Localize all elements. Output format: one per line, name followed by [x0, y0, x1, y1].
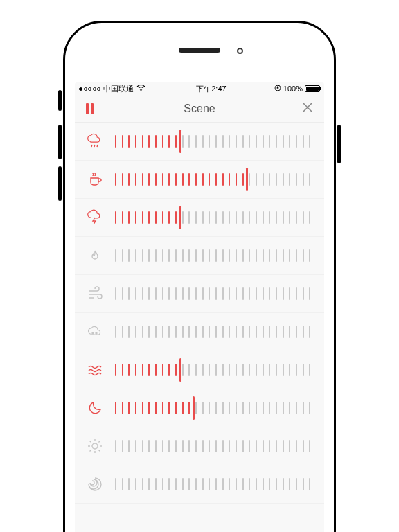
clock: 下午2:47 [148, 84, 274, 94]
svg-point-7 [96, 332, 97, 334]
volume-slider[interactable] [112, 207, 313, 228]
status-bar: 中国联通 下午2:47 100% [75, 82, 324, 95]
fire-icon[interactable] [85, 245, 105, 266]
sound-list [75, 123, 324, 532]
sound-row-vortex [75, 466, 324, 504]
slider-thumb[interactable] [179, 130, 181, 153]
carrier-label: 中国联通 [103, 84, 134, 94]
volume-slider[interactable] [112, 245, 313, 266]
waves-icon[interactable] [85, 360, 105, 380]
svg-point-0 [141, 90, 142, 91]
volume-slider[interactable] [112, 283, 313, 304]
battery-percent: 100% [283, 85, 303, 93]
pause-button[interactable] [86, 103, 101, 114]
pause-icon [86, 103, 89, 114]
sound-row-wind [75, 275, 324, 313]
volume-slider[interactable] [112, 436, 313, 456]
slider-thumb[interactable] [179, 358, 181, 382]
sound-row-cloud [75, 313, 324, 351]
slider-thumb[interactable] [193, 396, 195, 420]
sound-row-waves [75, 351, 324, 389]
slider-thumb[interactable] [179, 206, 181, 229]
sound-row-rain [75, 123, 324, 161]
svg-point-8 [92, 443, 98, 449]
volume-slider[interactable] [112, 398, 313, 418]
vortex-icon[interactable] [85, 474, 105, 495]
rain-icon[interactable] [85, 131, 105, 152]
svg-rect-2 [277, 87, 279, 89]
sound-row-moon [75, 389, 324, 427]
power-button [337, 125, 341, 163]
svg-line-15 [90, 450, 91, 451]
volume-up-button [58, 125, 62, 159]
volume-down-button [58, 166, 62, 201]
pause-icon [91, 103, 94, 114]
cloud-icon[interactable] [85, 321, 105, 342]
close-icon [302, 102, 313, 113]
svg-line-3 [91, 145, 92, 147]
phone-frame: 中国联通 下午2:47 100% Scene [63, 21, 336, 532]
volume-slider[interactable] [112, 474, 313, 495]
page-title: Scene [101, 103, 298, 115]
app-screen: 中国联通 下午2:47 100% Scene [75, 82, 324, 532]
mute-switch [58, 90, 62, 111]
svg-line-4 [94, 145, 95, 147]
svg-line-16 [98, 441, 100, 443]
thunder-icon[interactable] [85, 207, 105, 228]
close-button[interactable] [298, 102, 313, 116]
volume-slider[interactable] [112, 321, 313, 342]
battery-icon [305, 85, 320, 92]
svg-point-6 [92, 332, 94, 334]
coffee-icon[interactable] [85, 169, 105, 190]
svg-line-13 [90, 441, 91, 443]
volume-slider[interactable] [112, 131, 313, 152]
phone-camera [237, 48, 243, 54]
sound-row-sun [75, 427, 324, 466]
volume-slider[interactable] [112, 169, 313, 190]
sound-row-thunder [75, 199, 324, 237]
svg-line-14 [98, 450, 100, 451]
slider-thumb[interactable] [246, 168, 248, 191]
moon-icon[interactable] [85, 398, 105, 418]
orientation-lock-icon [274, 85, 281, 93]
wind-icon[interactable] [85, 283, 105, 304]
wifi-icon [136, 85, 145, 93]
svg-line-5 [97, 145, 98, 147]
volume-slider[interactable] [112, 360, 313, 380]
sound-row-fire [75, 237, 324, 275]
phone-speaker [179, 48, 220, 53]
signal-strength [79, 87, 100, 91]
sound-row-coffee [75, 161, 324, 199]
nav-header: Scene [75, 95, 324, 123]
sun-icon[interactable] [85, 436, 105, 456]
